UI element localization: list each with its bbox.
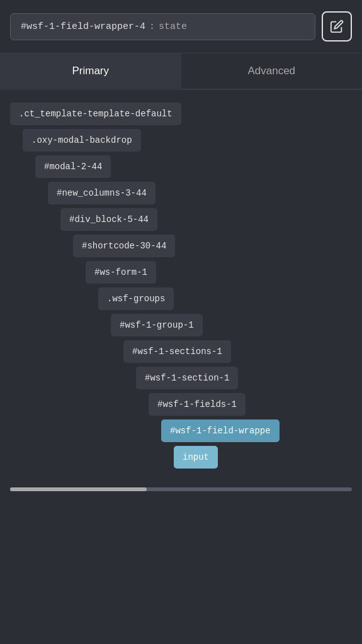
breadcrumb-item: #shortcode-30-44 [10, 235, 352, 257]
breadcrumb-pill-div-block-5-44[interactable]: #div_block-5-44 [60, 208, 157, 231]
selector-text: #wsf-1-field-wrapper-4 [21, 21, 145, 32]
breadcrumb-item: .oxy-modal-backdrop [10, 129, 352, 152]
selector-state: state [159, 21, 187, 32]
breadcrumb-pill-oxy-modal[interactable]: .oxy-modal-backdrop [23, 129, 141, 152]
breadcrumb-pill-new-columns-3-44[interactable]: #new_columns-3-44 [48, 182, 156, 204]
edit-icon [330, 19, 344, 33]
breadcrumb-pill-ct-template[interactable]: .ct_template-template-default [10, 103, 181, 125]
breadcrumb-pill-ws-form-1[interactable]: #ws-form-1 [86, 261, 156, 284]
breadcrumb-pill-wsf-1-fields-1[interactable]: #wsf-1-fields-1 [149, 393, 246, 416]
breadcrumb-item: .wsf-groups [10, 287, 352, 310]
breadcrumb-item: #wsf-1-field-wrappe [10, 419, 352, 442]
breadcrumb-pill-input[interactable]: input [174, 446, 218, 469]
breadcrumb-pill-wsf-1-section-1[interactable]: #wsf-1-section-1 [136, 367, 238, 389]
selector-display: #wsf-1-field-wrapper-4 : state [10, 13, 315, 40]
horizontal-scrollbar[interactable] [10, 487, 352, 491]
breadcrumb-item: #wsf-1-sections-1 [10, 340, 352, 363]
breadcrumb-pill-modal-2-44[interactable]: #modal-2-44 [35, 155, 111, 178]
breadcrumb-item: #div_block-5-44 [10, 208, 352, 231]
breadcrumb-item: .ct_template-template-default [10, 103, 352, 125]
tab-primary[interactable]: Primary [0, 53, 181, 90]
breadcrumb-item: #modal-2-44 [10, 155, 352, 178]
breadcrumb-pill-wsf-1-field-wrapper[interactable]: #wsf-1-field-wrappe [161, 419, 280, 442]
edit-button[interactable] [322, 11, 352, 42]
breadcrumb-item: input [10, 446, 352, 469]
tabs-container: Primary Advanced [0, 53, 362, 90]
breadcrumb-pill-wsf-1-group-1[interactable]: #wsf-1-group-1 [111, 314, 203, 336]
top-bar: #wsf-1-field-wrapper-4 : state [0, 0, 362, 53]
breadcrumb-item: #wsf-1-section-1 [10, 367, 352, 389]
breadcrumb-item: #wsf-1-fields-1 [10, 393, 352, 416]
breadcrumb-item: #new_columns-3-44 [10, 182, 352, 204]
scrollbar-thumb [10, 487, 147, 491]
breadcrumb-pill-wsf-1-sections-1[interactable]: #wsf-1-sections-1 [123, 340, 231, 363]
breadcrumb-item: #wsf-1-group-1 [10, 314, 352, 336]
breadcrumb-container: .ct_template-template-default.oxy-modal-… [0, 90, 362, 487]
tab-advanced[interactable]: Advanced [181, 53, 363, 89]
breadcrumb-pill-shortcode-30-44[interactable]: #shortcode-30-44 [73, 235, 175, 257]
breadcrumb-item: #ws-form-1 [10, 261, 352, 284]
breadcrumb-pill-wsf-groups[interactable]: .wsf-groups [98, 287, 174, 310]
selector-colon: : [149, 21, 155, 32]
